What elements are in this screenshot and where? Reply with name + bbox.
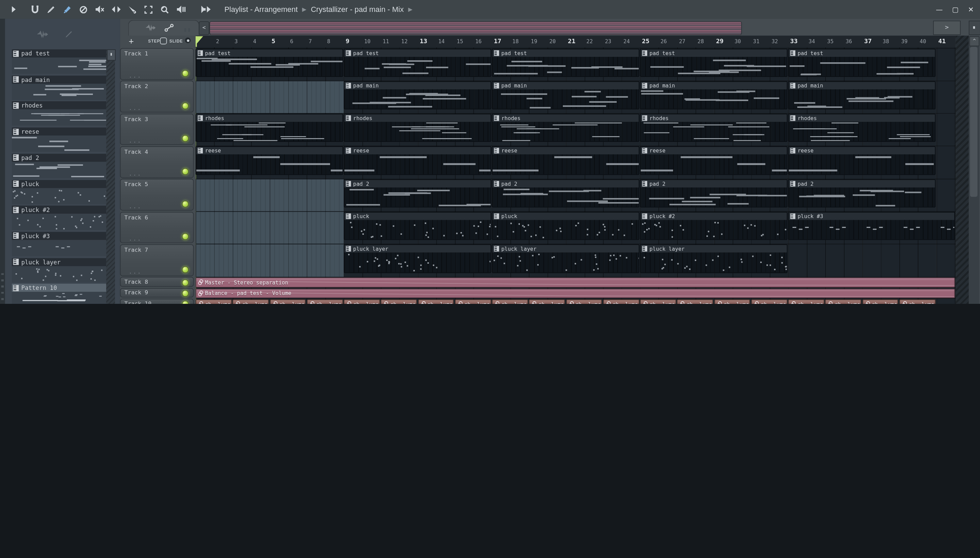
horizontal-scrollbar[interactable] xyxy=(209,21,742,35)
pencil-tab[interactable] xyxy=(64,30,73,39)
panel-resize-rail[interactable] xyxy=(0,19,5,304)
play-icon[interactable] xyxy=(9,5,18,14)
automation-clip[interactable]: rh..lume xyxy=(233,299,269,304)
clip-pad-test[interactable]: pad test xyxy=(640,48,788,77)
pattern-item-header[interactable]: pad 2 xyxy=(12,153,106,162)
picker-scroll-button[interactable]: ▮ xyxy=(107,49,116,61)
automation-clip[interactable]: rh..lume xyxy=(307,299,343,304)
automation-clip[interactable]: rh..lume xyxy=(900,299,936,304)
mute-icon[interactable] xyxy=(95,5,105,14)
clip-pluck[interactable]: pluck xyxy=(344,212,491,240)
pattern-item-header[interactable]: Pattern 10 xyxy=(12,284,106,292)
pattern-item-header[interactable]: pluck #2 xyxy=(12,206,106,214)
track-header[interactable]: Track 5... xyxy=(120,179,194,211)
scroll-corner-button[interactable] xyxy=(969,21,980,35)
clip-pluck[interactable]: pluck xyxy=(492,212,640,240)
pattern-item[interactable]: pad test xyxy=(12,49,106,74)
pattern-item[interactable]: pluck layer xyxy=(12,258,106,282)
automation-clip[interactable]: rh..lume xyxy=(270,299,306,304)
pattern-item-header[interactable]: pluck xyxy=(12,180,106,188)
mute-led[interactable] xyxy=(182,290,189,297)
clip-reese[interactable]: reese xyxy=(640,147,788,175)
automation-clip[interactable]: rh..lume xyxy=(862,299,898,304)
clip-pluck-layer[interactable]: pluck layer xyxy=(492,245,640,273)
pattern-item[interactable]: pluck #2 xyxy=(12,206,106,230)
track-lane[interactable]: pluck layerpluck layerpluck layer xyxy=(196,244,955,277)
delete-icon[interactable] xyxy=(79,5,88,14)
clip-pad-test[interactable]: pad test xyxy=(492,48,640,77)
automation-clip[interactable]: rh..lume xyxy=(381,299,417,304)
wave-tab[interactable] xyxy=(37,30,48,39)
clip-pluck-3[interactable]: pluck #3 xyxy=(788,212,955,240)
pattern-item[interactable]: pluck #3 xyxy=(12,232,106,256)
clip-reese[interactable]: reese xyxy=(788,147,936,175)
select-icon[interactable] xyxy=(144,5,153,14)
automation-clip[interactable]: rh..lume xyxy=(455,299,491,304)
track-options[interactable]: ... xyxy=(129,203,141,209)
clip-pad-2[interactable]: pad 2 xyxy=(640,179,788,208)
pattern-item[interactable]: Pattern 10 xyxy=(12,284,106,304)
pattern-item-header[interactable]: reese xyxy=(12,128,106,136)
mute-led[interactable] xyxy=(182,70,189,77)
automation-clip[interactable]: rh..lume xyxy=(603,299,639,304)
clip-pad-2[interactable]: pad 2 xyxy=(344,179,491,208)
track-header[interactable]: Track 1... xyxy=(120,48,194,80)
clip-rhodes[interactable]: rhodes xyxy=(196,114,343,142)
zoom-icon[interactable] xyxy=(160,5,169,14)
track-lane[interactable]: rhodesrhodesrhodesrhodesrhodes xyxy=(196,113,955,146)
slip-icon[interactable] xyxy=(111,5,121,14)
mute-led[interactable] xyxy=(182,135,189,142)
track-lane[interactable]: Balance - pad test - Volume xyxy=(196,287,955,299)
pattern-item[interactable]: rhodes xyxy=(12,102,106,126)
track-header[interactable]: Track 8 xyxy=(120,277,194,287)
scroll-up-button[interactable]: ^ xyxy=(969,36,979,46)
clip-pluck-layer[interactable]: pluck layer xyxy=(640,245,788,273)
pattern-item[interactable]: reese xyxy=(12,128,106,152)
automation-clip[interactable]: rh..lume xyxy=(344,299,380,304)
clip-rhodes[interactable]: rhodes xyxy=(344,114,491,142)
pattern-item[interactable]: pad 2 xyxy=(12,153,106,178)
clip-reese[interactable]: reese xyxy=(344,147,491,175)
track-header[interactable]: Track 3... xyxy=(120,114,194,145)
slice-icon[interactable] xyxy=(128,5,137,14)
picker-icon[interactable] xyxy=(201,5,211,14)
automation-clip[interactable]: rh..lume xyxy=(677,299,713,304)
track-options[interactable]: ... xyxy=(129,72,141,79)
scroll-right-button[interactable]: > xyxy=(933,21,960,35)
add-track-button[interactable]: + xyxy=(127,36,136,46)
track-options[interactable]: ... xyxy=(129,171,141,177)
clip-reese[interactable]: reese xyxy=(492,147,640,175)
timeline-ruler[interactable]: 2345678910111213141516171819202122232425… xyxy=(196,36,955,48)
track-lane[interactable]: pad mainpad mainpad mainpad main xyxy=(196,80,955,113)
automation-clip[interactable]: Master - Stereo separation xyxy=(196,277,955,287)
automation-clip[interactable]: rh..lume xyxy=(751,299,787,304)
playhead-flag-icon[interactable] xyxy=(196,36,203,45)
automation-clip[interactable]: rh..lume xyxy=(825,299,861,304)
pattern-item-header[interactable]: rhodes xyxy=(12,102,106,110)
track-lane[interactable]: pad 2pad 2pad 2pad 2 xyxy=(196,179,955,211)
automation-clip[interactable]: rh..lume xyxy=(566,299,602,304)
automation-clip[interactable]: rh..lume xyxy=(640,299,676,304)
clip-pad-main[interactable]: pad main xyxy=(344,81,491,109)
playback-icon[interactable] xyxy=(176,5,186,14)
track-options[interactable]: ... xyxy=(129,138,141,144)
track-header[interactable]: Track 4... xyxy=(120,146,194,178)
pattern-item-header[interactable]: pad test xyxy=(12,49,106,57)
slide-toggle[interactable] xyxy=(185,38,191,43)
automation-clip[interactable]: rh..lume xyxy=(788,299,824,304)
pattern-item-header[interactable]: pad main xyxy=(12,75,106,84)
clip-pad-main[interactable]: pad main xyxy=(788,81,936,109)
track-lane[interactable]: pad testpad testpad testpad testpad test xyxy=(196,48,955,80)
paint-icon[interactable] xyxy=(62,5,72,14)
track-header[interactable]: Track 9 xyxy=(120,288,194,298)
track-options[interactable]: ... xyxy=(129,268,141,274)
step-toggle[interactable] xyxy=(160,38,167,44)
minimize-button[interactable]: — xyxy=(936,5,942,14)
resize-grip-icon[interactable] xyxy=(2,273,4,304)
track-header[interactable]: Track 10 xyxy=(120,299,194,304)
mute-led[interactable] xyxy=(182,201,189,208)
draw-icon[interactable] xyxy=(46,5,56,14)
automation-clip[interactable]: rh..lume xyxy=(418,299,454,304)
clip-rhodes[interactable]: rhodes xyxy=(492,114,640,142)
clip-pluck-layer[interactable]: pluck layer xyxy=(344,245,491,273)
